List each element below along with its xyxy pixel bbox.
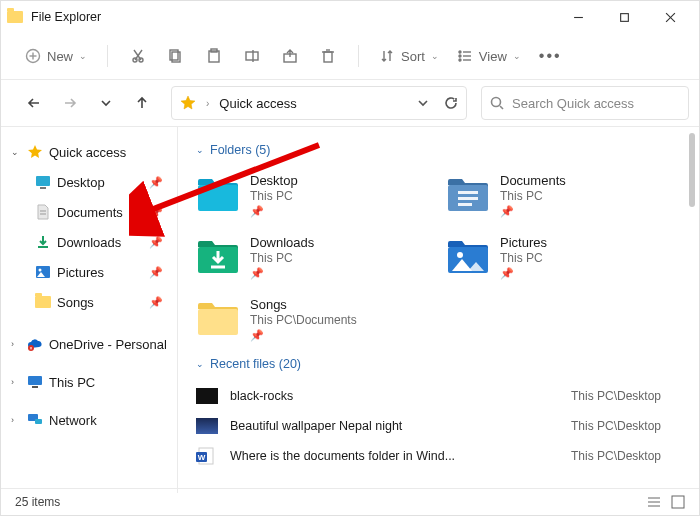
recent-location: This PC\Desktop xyxy=(571,389,691,403)
sidebar-item-label: OneDrive - Personal xyxy=(49,337,167,352)
recent-name: Where is the documents folder in Wind... xyxy=(230,449,455,463)
up-button[interactable] xyxy=(127,88,157,118)
search-box[interactable]: Search Quick access xyxy=(481,86,689,120)
scrollbar[interactable] xyxy=(689,133,695,207)
more-button[interactable]: ••• xyxy=(539,47,562,65)
back-button[interactable] xyxy=(19,88,49,118)
pin-icon: 📌 xyxy=(250,267,314,280)
sidebar-item-desktop[interactable]: Desktop 📌 xyxy=(1,167,177,197)
recent-name: Beautiful wallpaper Nepal night xyxy=(230,419,402,433)
address-chevron-down-icon[interactable] xyxy=(416,96,430,110)
cut-button[interactable] xyxy=(128,46,148,66)
folder-name: Downloads xyxy=(250,235,314,250)
new-button[interactable]: New ⌄ xyxy=(25,48,87,64)
folder-icon xyxy=(35,294,51,310)
rename-button[interactable] xyxy=(242,46,262,66)
forward-button[interactable] xyxy=(55,88,85,118)
desktop-folder-icon xyxy=(196,175,240,215)
folder-path: This PC xyxy=(500,251,547,265)
pc-icon xyxy=(27,374,43,390)
pictures-icon xyxy=(35,264,51,280)
network-icon xyxy=(27,412,43,428)
svg-point-21 xyxy=(459,51,461,53)
folder-path: This PC xyxy=(500,189,566,203)
paste-button[interactable] xyxy=(204,46,224,66)
maximize-button[interactable] xyxy=(601,1,647,33)
recent-locations-button[interactable] xyxy=(91,88,121,118)
sidebar-item-label: Songs xyxy=(57,295,94,310)
sidebar-item-downloads[interactable]: Downloads 📌 xyxy=(1,227,177,257)
view-button[interactable]: View ⌄ xyxy=(457,48,521,64)
folder-pictures[interactable]: PicturesThis PC📌 xyxy=(446,229,676,285)
minimize-button[interactable] xyxy=(555,1,601,33)
delete-button[interactable] xyxy=(318,46,338,66)
sidebar-quick-access[interactable]: ⌄ Quick access xyxy=(1,137,177,167)
chevron-right-icon: › xyxy=(11,339,21,349)
sidebar-item-label: Documents xyxy=(57,205,123,220)
folder-desktop[interactable]: DesktopThis PC📌 xyxy=(196,167,426,223)
recent-item[interactable]: black-rocks This PC\Desktop xyxy=(196,381,691,411)
folder-name: Pictures xyxy=(500,235,547,250)
svg-rect-18 xyxy=(324,52,332,62)
svg-rect-45 xyxy=(458,197,478,200)
svg-point-35 xyxy=(39,269,42,272)
close-button[interactable] xyxy=(647,1,693,33)
thumbnails-view-button[interactable] xyxy=(671,495,685,509)
folders-header[interactable]: ⌄ Folders (5) xyxy=(196,143,691,157)
recent-item[interactable]: Beautiful wallpaper Nepal night This PC\… xyxy=(196,411,691,441)
view-label: View xyxy=(479,49,507,64)
sidebar-network[interactable]: › Network xyxy=(1,405,177,435)
pin-icon: 📌 xyxy=(149,296,163,309)
copy-button[interactable] xyxy=(166,46,186,66)
app-icon xyxy=(7,9,23,25)
svg-rect-30 xyxy=(40,187,46,189)
folders-header-text: Folders (5) xyxy=(210,143,270,157)
recent-header[interactable]: ⌄ Recent files (20) xyxy=(196,357,691,371)
sidebar-item-pictures[interactable]: Pictures 📌 xyxy=(1,257,177,287)
svg-rect-51 xyxy=(198,309,238,335)
star-icon xyxy=(27,144,43,160)
recent-item[interactable]: W Where is the documents folder in Wind.… xyxy=(196,441,691,471)
folder-path: This PC\Documents xyxy=(250,313,357,327)
sidebar-item-label: Desktop xyxy=(57,175,105,190)
svg-rect-1 xyxy=(620,13,628,21)
download-icon xyxy=(35,234,51,250)
pin-icon: 📌 xyxy=(250,205,298,218)
pin-icon: 📌 xyxy=(500,267,547,280)
content-pane: ⌄ Folders (5) DesktopThis PC📌 DocumentsT… xyxy=(178,127,699,493)
sidebar-thispc[interactable]: › This PC xyxy=(1,367,177,397)
pin-icon: 📌 xyxy=(149,206,163,219)
svg-rect-38 xyxy=(28,376,42,385)
sidebar: ⌄ Quick access Desktop 📌 Documents 📌 Dow… xyxy=(1,127,178,493)
status-bar: 25 items xyxy=(1,488,699,515)
sidebar-onedrive[interactable]: › × OneDrive - Personal xyxy=(1,329,177,359)
sort-button[interactable]: Sort ⌄ xyxy=(379,48,439,64)
chevron-right-icon: › xyxy=(11,377,21,387)
chevron-down-icon: ⌄ xyxy=(513,51,521,61)
sidebar-item-songs[interactable]: Songs 📌 xyxy=(1,287,177,317)
recent-location: This PC\Desktop xyxy=(571,419,691,433)
svg-rect-46 xyxy=(458,203,472,206)
folder-downloads[interactable]: DownloadsThis PC📌 xyxy=(196,229,426,285)
svg-point-23 xyxy=(459,59,461,61)
details-view-button[interactable] xyxy=(647,495,661,509)
folder-documents[interactable]: DocumentsThis PC📌 xyxy=(446,167,676,223)
folder-songs[interactable]: SongsThis PC\Documents📌 xyxy=(196,291,426,347)
refresh-button[interactable] xyxy=(444,96,458,110)
svg-rect-29 xyxy=(36,176,50,186)
chevron-down-icon: ⌄ xyxy=(431,51,439,61)
svg-rect-15 xyxy=(246,52,258,60)
svg-rect-58 xyxy=(672,496,684,508)
sidebar-item-label: Quick access xyxy=(49,145,126,160)
sidebar-item-documents[interactable]: Documents 📌 xyxy=(1,197,177,227)
pin-icon: 📌 xyxy=(149,176,163,189)
search-placeholder: Search Quick access xyxy=(512,96,634,111)
svg-text:×: × xyxy=(30,345,33,351)
svg-rect-41 xyxy=(35,419,42,424)
share-button[interactable] xyxy=(280,46,300,66)
address-bar[interactable]: › Quick access xyxy=(171,86,467,120)
svg-text:W: W xyxy=(198,453,206,462)
sort-label: Sort xyxy=(401,49,425,64)
chevron-down-icon: ⌄ xyxy=(196,145,204,155)
recent-header-text: Recent files (20) xyxy=(210,357,301,371)
